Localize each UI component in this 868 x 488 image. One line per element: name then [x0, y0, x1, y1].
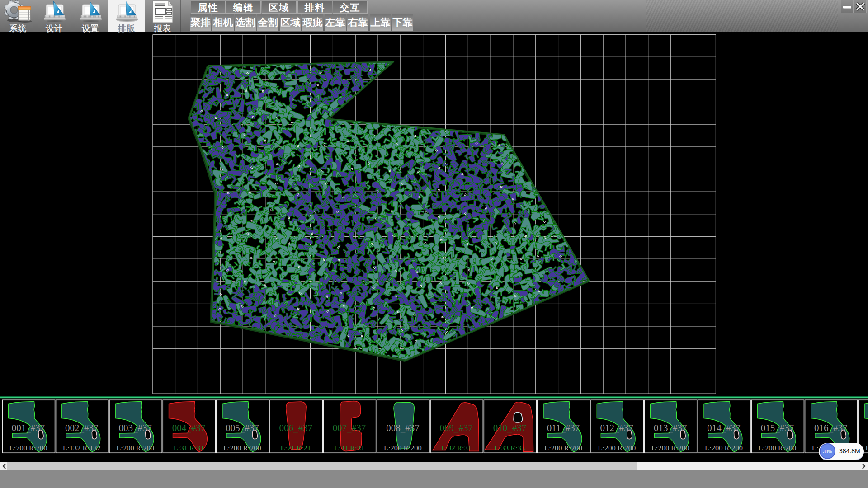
svg-text:L:32 R:31: L:32 R:31 — [441, 444, 472, 452]
svg-text:L:200 R:200: L:200 R:200 — [223, 444, 261, 452]
svg-text:L:200 R:200: L:200 R:200 — [384, 444, 422, 452]
svg-text:016_#37: 016_#37 — [814, 422, 848, 433]
svg-text:L:200 R:200: L:200 R:200 — [705, 444, 743, 452]
svg-text:L:33 R:33: L:33 R:33 — [495, 444, 525, 452]
svg-text:001_#37: 001_#37 — [12, 422, 45, 433]
svg-text:L:132 R:132: L:132 R:132 — [63, 444, 101, 452]
svg-text:L:200 R:200: L:200 R:200 — [598, 444, 636, 452]
svg-text:L:200 R:200: L:200 R:200 — [544, 444, 582, 452]
svg-text:004_#37: 004_#37 — [172, 422, 206, 433]
svg-text:L:700 R:700: L:700 R:700 — [9, 444, 47, 452]
svg-text:008_#37: 008_#37 — [386, 422, 420, 433]
svg-text:007_#37: 007_#37 — [333, 422, 366, 433]
svg-text:015_#37: 015_#37 — [761, 422, 794, 433]
svg-text:003_#37: 003_#37 — [118, 422, 152, 433]
svg-text:013_#37: 013_#37 — [654, 422, 687, 433]
svg-text:L:200 R:200: L:200 R:200 — [865, 444, 868, 452]
svg-text:010_#37: 010_#37 — [493, 422, 527, 433]
svg-text:002_#37: 002_#37 — [65, 422, 99, 433]
svg-text:L:200 R:200: L:200 R:200 — [651, 444, 689, 452]
svg-text:L:200 R:200: L:200 R:200 — [758, 444, 796, 452]
svg-text:L:21 R:21: L:21 R:21 — [281, 444, 311, 452]
svg-text:006_#37: 006_#37 — [279, 422, 312, 433]
svg-text:011_#37: 011_#37 — [547, 422, 580, 433]
svg-text:L:200 R:200: L:200 R:200 — [116, 444, 154, 452]
svg-text:L:31 R:31: L:31 R:31 — [334, 444, 364, 452]
svg-text:L:31 R:31: L:31 R:31 — [174, 444, 204, 452]
svg-text:005_#37: 005_#37 — [226, 422, 259, 433]
svg-text:012_#37: 012_#37 — [600, 422, 634, 433]
svg-text:014_#37: 014_#37 — [707, 422, 741, 433]
svg-text:009_#37: 009_#37 — [440, 422, 473, 433]
